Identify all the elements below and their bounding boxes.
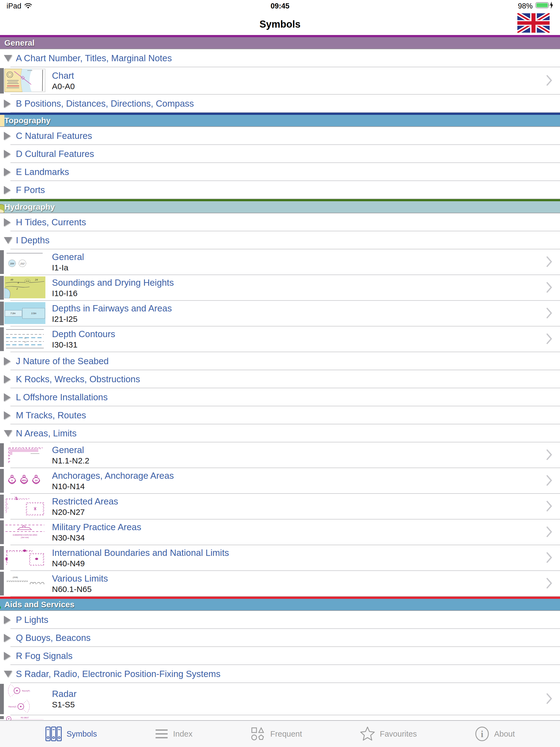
row-accent-bar	[0, 684, 4, 714]
chevron-right-icon	[546, 552, 552, 564]
item-row-restricted-areas[interactable]: Restricted AreasN20-N27	[0, 494, 560, 519]
item-row-chart[interactable]: ChartA0-A0	[0, 67, 560, 95]
item-code: N30-N34	[52, 533, 141, 543]
svg-text:10: 10	[24, 341, 26, 343]
svg-text:Racon(Z): Racon(Z)	[8, 706, 17, 708]
group-row-l[interactable]: L Offshore Installations	[0, 388, 560, 406]
svg-text:4: 4	[18, 281, 19, 284]
group-row-a[interactable]: A Chart Number, Titles, Marginal Notes	[0, 49, 560, 67]
restricted-thumbnail	[4, 495, 45, 518]
item-row-general[interactable]: 184 212GeneralI1-Ia	[0, 249, 560, 275]
group-row-q[interactable]: Q Buoys, Beacons	[0, 629, 560, 647]
anchorages-thumbnail: A N53 14	[4, 470, 45, 492]
triangle-right-icon	[4, 634, 16, 642]
group-row-r[interactable]: R Fog Signals	[0, 647, 560, 665]
section-top-line	[0, 199, 560, 201]
item-title: Various Limits	[52, 573, 108, 584]
tab-symbols[interactable]: Symbols	[44, 726, 98, 742]
fairways-thumbnail: 7.0m 3.5m	[4, 302, 45, 325]
status-bar: iPad 09:45 98%	[0, 0, 560, 12]
item-row-military-practice-areas[interactable]: SUBMARINE EXERCISE AREA (See note)Milita…	[0, 519, 560, 545]
chevron-right-icon	[546, 578, 552, 590]
group-row-j[interactable]: J Nature of the Seabed	[0, 352, 560, 370]
uk-flag-icon	[517, 13, 550, 33]
group-row-n[interactable]: N Areas, Limits	[0, 424, 560, 442]
group-label: R Fog Signals	[16, 651, 73, 661]
nav-bar: Symbols	[0, 12, 560, 35]
group-row-p[interactable]: P Lights	[0, 611, 560, 629]
language-flag-button[interactable]	[517, 13, 550, 33]
group-row-h[interactable]: H Tides, Currents	[0, 213, 560, 231]
row-accent-bar	[0, 443, 4, 467]
info-icon: i	[475, 726, 490, 742]
chevron-right-icon	[546, 526, 552, 538]
svg-text:49: 49	[10, 278, 13, 281]
group-label: B Positions, Distances, Directions, Comp…	[16, 98, 194, 109]
tab-favourites[interactable]: Favourites	[358, 726, 418, 742]
group-label: K Rocks, Wrecks, Obstructions	[16, 374, 140, 384]
group-label: D Cultural Features	[16, 149, 94, 159]
group-label: A Chart Number, Titles, Marginal Notes	[16, 53, 172, 63]
triangle-down-icon	[4, 55, 16, 61]
item-row-depth-contours[interactable]: 10 10Depth ContoursI30-I31	[0, 327, 560, 352]
chevron-right-icon	[546, 500, 552, 513]
chevron-right-icon	[546, 256, 552, 268]
star-icon	[360, 726, 376, 742]
group-row-e[interactable]: E Landmarks	[0, 163, 560, 181]
chevron-right-icon	[546, 75, 552, 87]
item-text: ChartA0-A0	[52, 70, 75, 92]
item-title: Military Practice Areas	[52, 522, 141, 533]
group-row-f[interactable]: F Ports	[0, 181, 560, 199]
section-title: Hydrography	[4, 203, 55, 212]
triangle-right-icon	[4, 393, 16, 402]
section-top-line	[0, 597, 560, 599]
tab-about[interactable]: i About	[473, 726, 516, 742]
svg-text:N53: N53	[22, 479, 27, 482]
contours-thumbnail: 10 10	[4, 328, 45, 351]
group-label: Q Buoys, Beacons	[16, 633, 91, 643]
triangle-right-icon	[4, 411, 16, 419]
section-top-line	[0, 113, 560, 115]
chevron-right-icon	[546, 308, 552, 319]
svg-text:(See note): (See note)	[21, 537, 29, 539]
item-title: Restricted Areas	[52, 496, 118, 507]
item-title: Anchorages, Anchorage Areas	[52, 470, 174, 481]
item-text: Anchorages, Anchorage AreasN10-N14	[52, 470, 174, 492]
row-accent-bar	[0, 68, 4, 94]
status-time: 09:45	[0, 2, 560, 10]
group-row-b[interactable]: B Positions, Distances, Directions, Comp…	[0, 95, 560, 113]
shapes-icon	[250, 726, 266, 742]
triangle-right-icon	[4, 186, 16, 194]
item-row-various-limits[interactable]: (2008) Various LimitsN60.1-N65	[0, 571, 560, 597]
item-row[interactable]: RD 288.5°	[0, 715, 560, 720]
item-row-soundings-and-drying-heights[interactable]: 49 4 2 0.9 24Soundings and Drying Height…	[0, 275, 560, 301]
tab-frequent[interactable]: Frequent	[248, 726, 304, 742]
item-code: I30-I31	[52, 340, 115, 350]
tab-label: About	[494, 729, 515, 739]
group-row-c[interactable]: C Natural Features	[0, 127, 560, 145]
item-code: N40-N49	[52, 558, 229, 569]
chevron-right-icon	[546, 282, 552, 294]
group-label: N Areas, Limits	[16, 428, 77, 439]
page-title: Symbols	[0, 19, 560, 30]
group-row-i[interactable]: I Depths	[0, 231, 560, 249]
group-row-d[interactable]: D Cultural Features	[0, 145, 560, 163]
item-title: Chart	[52, 70, 75, 81]
row-accent-bar	[0, 495, 4, 518]
section-top-line	[0, 35, 560, 37]
tab-index[interactable]: Index	[153, 728, 194, 740]
item-text: Soundings and Drying HeightsI10-I16	[52, 277, 174, 299]
item-row-anchorages-anchorage-areas[interactable]: A N53 14Anchorages, Anchorage AreasN10-N…	[0, 468, 560, 494]
group-label: E Landmarks	[16, 167, 69, 177]
item-row-depths-in-fairways-and-areas[interactable]: 7.0m 3.5mDepths in Fairways and AreasI21…	[0, 301, 560, 327]
item-row-international-boundaries-and-national-limits[interactable]: International Boundaries and National Li…	[0, 545, 560, 571]
group-row-k[interactable]: K Rocks, Wrecks, Obstructions	[0, 370, 560, 388]
group-row-m[interactable]: M Tracks, Routes	[0, 406, 560, 424]
item-row-radar[interactable]: Racon(P) Racon(Z) RadarS1-S5	[0, 683, 560, 715]
tab-label: Frequent	[270, 729, 302, 739]
item-code: S1-S5	[52, 699, 77, 710]
item-row-general[interactable]: GeneralN1.1-N2.2	[0, 442, 560, 468]
group-label: I Depths	[16, 235, 50, 246]
svg-text:Racon(P): Racon(P)	[22, 690, 30, 692]
group-row-s[interactable]: S Radar, Radio, Electronic Position-Fixi…	[0, 665, 560, 683]
